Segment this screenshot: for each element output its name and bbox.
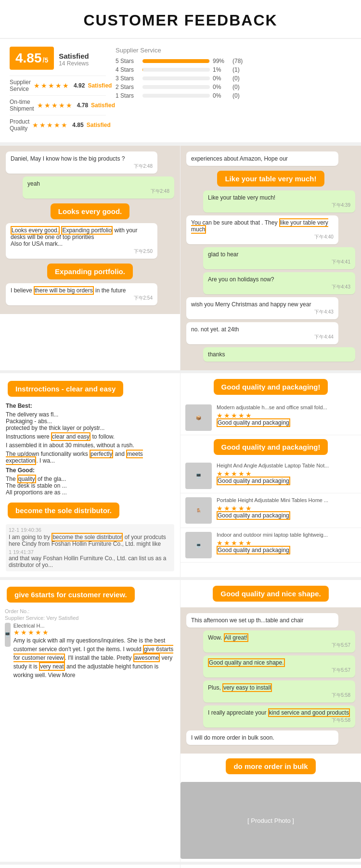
rating-label: Satisfied	[59, 52, 89, 60]
chat-col-right: experiences about Amazon, Hope our Like …	[180, 146, 361, 370]
callout-do-more-order: do more order in bulk	[226, 758, 315, 774]
msg-container-right: experiences about Amazon, Hope our Like …	[180, 146, 361, 370]
rating-summary: 4.85 /5 Satisfied 14 Reviews Supplier Se…	[0, 39, 361, 143]
msg-glad: glad to hear 下午4:41	[203, 247, 355, 269]
order-product-img: 🖥️	[5, 623, 11, 647]
msg-more-order: I will do more order in bulk soon.	[186, 730, 338, 745]
review-product-section: Instrroctions - clear and easy The Best:…	[0, 373, 361, 577]
callout-6stars: give 6starts for customer review.	[7, 587, 135, 603]
stars-quality: ★ ★ ★ ★ ★	[32, 121, 67, 129]
page-title: CUSTOMER FEEDBACK	[0, 12, 361, 29]
msg-container-shape: This afternoon we set up th...table and …	[180, 607, 361, 754]
msg-easy-install: Plus, very easy to install 下午5:58	[203, 680, 355, 703]
msg-container-left: Daniel, May I know how is the big produc…	[0, 146, 180, 314]
rating-right: Supplier Service 5 Stars 99% (78) 4 Star…	[116, 47, 351, 135]
product-reviews-col: Good quality and packaging! 📦 Modern adj…	[180, 373, 361, 577]
category-ontime-shipment: On-time Shipment ★ ★ ★ ★ ★ 4.78 Satisfie…	[10, 95, 106, 115]
callout-good-quality-2: Good quality and packaging!	[214, 439, 328, 455]
msg-big-orders: I believe there will be big orders in th…	[6, 283, 157, 305]
stars-supplier: ★ ★ ★ ★ ★	[34, 82, 69, 89]
callout-like-table: Like your table very much!	[217, 171, 324, 187]
product-img-1: 📦	[185, 404, 212, 431]
msg-looks-good: Looks every good. Expanding portfolio wi…	[6, 223, 157, 259]
product-review-3: 🪑 Portable Height Adjustable Mini Tables…	[180, 493, 361, 528]
callout-sole-distributor: become the sole distributor.	[8, 503, 119, 518]
cat-name-quality: Product Quality	[10, 118, 29, 132]
rating-left: 4.85 /5 Satisfied 14 Reviews Supplier Se…	[10, 47, 106, 135]
page-header: CUSTOMER FEEDBACK	[0, 0, 361, 39]
category-product-quality: Product Quality ★ ★ ★ ★ ★ 4.85 Satisfied	[10, 115, 106, 135]
msg-daniel: Daniel, May I know how is the big produc…	[6, 151, 157, 174]
msg-not-yet: no. not yet. at 24th 下午4:44	[186, 322, 338, 344]
review-text-block: Instrroctions - clear and easy The Best:…	[0, 373, 180, 577]
rating-score-box: 4.85 /5	[10, 47, 54, 70]
star-bar-5: 5 Stars 99% (78)	[116, 58, 351, 64]
col-right-nice-shape: Good quality and nice shape. This aftern…	[180, 580, 361, 862]
cat-name-ontime: On-time Shipment	[10, 99, 34, 112]
callout-looks-good: Looks every good.	[51, 203, 130, 219]
msg-merry-christmas: wish you Merry Christmas and happy new y…	[186, 297, 338, 319]
rating-score: 4.85	[15, 50, 42, 66]
product-img-2: 🖥️	[185, 463, 212, 489]
product-review-1: 📦 Modern adjustable h...se and office sm…	[180, 401, 361, 435]
msg-appreciate: I really appreciate your kind service an…	[203, 705, 355, 728]
chat-section-1: Daniel, May I know how is the big produc…	[0, 146, 361, 370]
product-photo: [ Product Photo ]	[180, 782, 361, 859]
star-bar-4: 4 Stars 1% (1)	[116, 66, 351, 73]
cat-name-supplier: Supplier Service	[10, 79, 31, 92]
msg-like-table: Like your table very much! 下午4:39	[203, 190, 355, 213]
callout-good-quality-1: Good quality and packaging!	[214, 379, 328, 395]
chat-col-left: Daniel, May I know how is the big produc…	[0, 146, 180, 370]
col-right-competitive: very competitive and qualified. Order No…	[180, 865, 361, 868]
supplier-service-title: Supplier Service	[116, 47, 351, 54]
star-bar-1: 1 Stars 0% (0)	[116, 92, 351, 99]
callout-nice-shape: Good quality and nice shape.	[213, 586, 328, 602]
product-review-2: 🖥️ Height And Angle Adjustable Laptop Ta…	[180, 459, 361, 493]
col-left-recommended: Highly recommended supplier. Order No.: …	[0, 865, 180, 868]
msg-all-great: Wow. All great! 下午5:57	[203, 630, 355, 653]
callout-expanding: Expanding portfolio.	[47, 264, 133, 279]
msg-holidays: Are you on holidays now? 下午4:43	[203, 272, 355, 294]
msg-thanks: thanks	[203, 347, 355, 362]
stars-ontime: ★ ★ ★ ★ ★	[37, 101, 72, 109]
rating-count: 14 Reviews	[59, 60, 89, 67]
section-6stars: give 6starts for customer review. Order …	[0, 580, 361, 862]
rating-denom: /5	[43, 56, 49, 64]
msg-yeah: yeah 下午2:48	[23, 176, 174, 199]
col-left-6stars: give 6starts for customer review. Order …	[0, 580, 180, 862]
rating-categories: Supplier Service ★ ★ ★ ★ ★ 4.92 Satisfie…	[10, 75, 106, 135]
msg-sure-about: You can be sure about that . They like y…	[186, 215, 338, 244]
star-bar-2: 2 Stars 0% (0)	[116, 84, 351, 90]
star-bar-3: 3 Stars 0% (0)	[116, 75, 351, 82]
section-recommended: Highly recommended supplier. Order No.: …	[0, 865, 361, 868]
category-supplier-service: Supplier Service ★ ★ ★ ★ ★ 4.92 Satisfie…	[10, 75, 106, 95]
msg-setup: This afternoon we set up th...table and …	[186, 613, 338, 628]
product-review-4: 💻 Indoor and outdoor mini laptop table l…	[180, 528, 361, 563]
msg-good-quality-shape: Good quality and nice shape. 下午5:57	[203, 655, 355, 678]
product-img-4: 💻	[185, 532, 212, 558]
review-text-col: Instrroctions - clear and easy The Best:…	[0, 373, 180, 577]
msg-experiences: experiences about Amazon, Hope our	[186, 151, 338, 166]
callout-instructions: Instrroctions - clear and easy	[8, 381, 123, 397]
product-img-3: 🪑	[185, 497, 212, 524]
